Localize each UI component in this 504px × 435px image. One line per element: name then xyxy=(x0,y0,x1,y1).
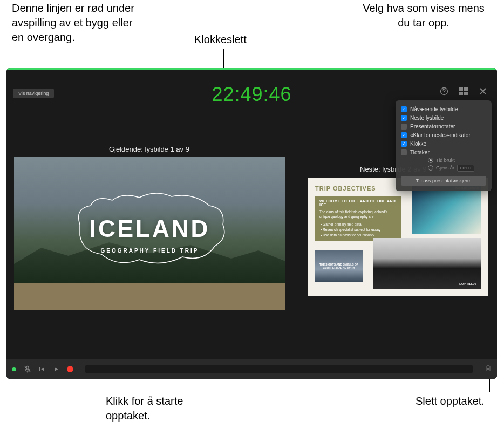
callout-line xyxy=(13,50,13,69)
option-current-slide[interactable]: ✓ Nåværende lysbilde xyxy=(401,105,486,113)
svg-point-1 xyxy=(444,93,444,93)
callout-options: Velg hva som vises mens du tar opp. xyxy=(362,1,486,30)
bullet-item: Use data as basis for coursework xyxy=(321,233,397,237)
radio-remaining[interactable]: Gjenstår 00:00 xyxy=(428,164,486,172)
thumbnail-lava-fields: LAVA FIELDS xyxy=(373,238,481,289)
option-label: Tidtaker xyxy=(410,149,430,155)
radio-icon[interactable] xyxy=(428,165,433,171)
bullet-item: Research specialist subject for essay xyxy=(321,227,397,232)
option-label: «Klar for neste»-indikator xyxy=(410,132,471,138)
trash-icon[interactable] xyxy=(485,364,492,374)
thumb-label: LAVA FIELDS xyxy=(459,282,476,286)
option-label: Presentatørnotater xyxy=(410,124,455,130)
checkbox-icon[interactable]: ✓ xyxy=(401,132,407,138)
radio-label: Tid brukt xyxy=(436,158,455,163)
svg-rect-4 xyxy=(459,92,463,95)
display-options-popover: ✓ Nåværende lysbilde ✓ Neste lysbilde Pr… xyxy=(396,100,492,191)
objectives-box: WELCOME TO THE LAND OF FIRE AND ICE The … xyxy=(315,196,401,241)
option-label: Klokke xyxy=(410,141,426,147)
svg-rect-3 xyxy=(464,87,468,91)
aims-text: The aims of this field trip exploring Ic… xyxy=(319,209,397,219)
status-bar-green xyxy=(6,68,497,70)
clock-display: 22:49:46 xyxy=(212,83,291,106)
next-slide-heading: TRIP OBJECTIVES xyxy=(315,185,376,192)
current-slide-label: Gjeldende: lysbilde 1 av 9 xyxy=(109,145,189,153)
option-label: Neste lysbilde xyxy=(410,115,444,121)
radio-icon[interactable] xyxy=(428,158,433,163)
slide-subtitle: GEOGRAPHY FIELD TRIP xyxy=(100,248,199,254)
status-indicator-icon xyxy=(12,367,16,371)
recording-toolbar xyxy=(6,359,497,379)
checkbox-icon[interactable]: ✓ xyxy=(401,115,407,121)
record-button[interactable] xyxy=(67,366,73,372)
svg-rect-5 xyxy=(464,92,468,95)
bullet-item: Gather primary field data xyxy=(321,222,397,227)
customize-display-button[interactable]: Tilpass presentatørskjerm xyxy=(401,176,486,186)
play-icon[interactable] xyxy=(53,366,59,372)
show-navigation-button[interactable]: Vis navigering xyxy=(13,89,54,98)
checkbox-icon[interactable] xyxy=(401,149,407,155)
thumb-label: THE SIGHTS AND SMELLS OF GEOTHERMAL ACTI… xyxy=(315,263,363,270)
option-presenter-notes[interactable]: Presentatørnotater xyxy=(401,122,486,131)
checkbox-icon[interactable]: ✓ xyxy=(401,106,407,112)
checkbox-icon[interactable]: ✓ xyxy=(401,141,407,147)
option-ready-indicator[interactable]: ✓ «Klar for neste»-indikator xyxy=(401,131,486,139)
checkbox-icon[interactable] xyxy=(401,124,407,130)
callout-delete: Slett opptaket. xyxy=(416,394,485,409)
callout-clock: Klokkeslett xyxy=(194,32,247,47)
mute-mic-icon[interactable] xyxy=(24,365,31,373)
time-badge: 00:00 xyxy=(457,165,474,172)
close-icon[interactable] xyxy=(479,87,487,96)
callout-record: Klikk for å starte opptaket. xyxy=(106,394,214,423)
option-clock[interactable]: ✓ Klokke xyxy=(401,139,486,148)
option-next-slide[interactable]: ✓ Neste lysbilde xyxy=(401,113,486,122)
radio-label: Gjenstår xyxy=(436,165,454,171)
welcome-text: WELCOME TO THE LAND OF FIRE AND ICE xyxy=(319,199,397,207)
current-slide-preview: ICELAND GEOGRAPHY FIELD TRIP xyxy=(14,157,285,310)
timeline-track[interactable] xyxy=(85,365,473,373)
help-icon[interactable] xyxy=(440,87,448,96)
svg-rect-7 xyxy=(39,367,40,371)
option-timer[interactable]: Tidtaker xyxy=(401,148,486,157)
callout-green-line: Denne linjen er rød under avspilling av … xyxy=(12,1,141,45)
option-label: Nåværende lysbilde xyxy=(410,106,458,112)
slide-title: ICELAND xyxy=(90,215,210,242)
previous-icon[interactable] xyxy=(39,366,45,372)
next-slide-preview: TRIP OBJECTIVES WELCOME TO THE LAND OF F… xyxy=(308,178,488,296)
presenter-window: Vis navigering 22:49:46 Gjeldende: lysbi… xyxy=(6,68,497,379)
layout-options-icon[interactable] xyxy=(459,87,468,96)
thumbnail-blue-lagoon: THE BLUE LAGOON xyxy=(412,185,481,234)
svg-rect-2 xyxy=(459,87,463,91)
thumbnail-geothermal: THE SIGHTS AND SMELLS OF GEOTHERMAL ACTI… xyxy=(315,250,363,282)
radio-elapsed[interactable]: Tid brukt xyxy=(428,157,486,164)
